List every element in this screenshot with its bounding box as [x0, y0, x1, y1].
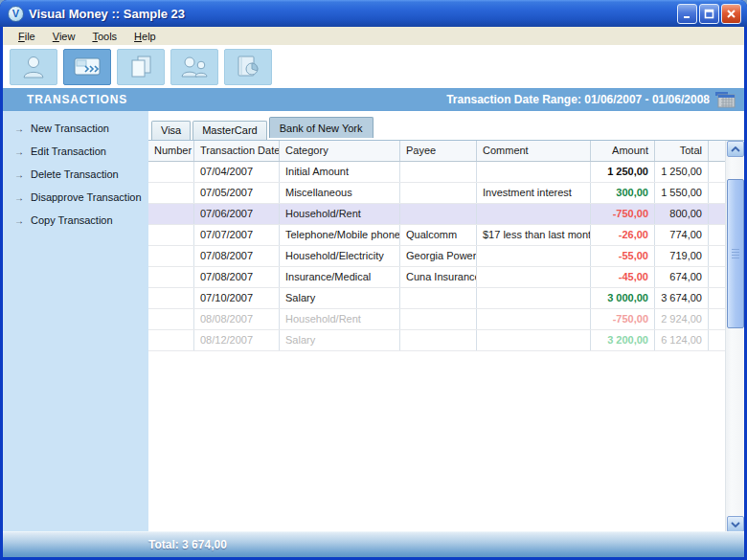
- table-row[interactable]: 07/04/2007 Initial Amount 1 250,00 1 250…: [148, 162, 725, 183]
- arrow-icon: →: [14, 123, 31, 134]
- grid-table: NumberTransaction DateCategoryPayeeComme…: [148, 141, 725, 351]
- cell-filler: [709, 204, 725, 224]
- cell-transaction-date: 08/12/2007: [194, 330, 280, 350]
- scroll-up-button[interactable]: [727, 141, 744, 157]
- account-tab[interactable]: Bank of New York: [269, 117, 374, 138]
- cell-category: Telephone/Mobile phone: [280, 225, 400, 245]
- cell-total: 774,00: [655, 225, 709, 245]
- calendar-icon[interactable]: [715, 92, 736, 108]
- sidebar-action[interactable]: → New Transaction: [3, 117, 148, 140]
- cell-payee: [400, 309, 477, 329]
- column-header[interactable]: Comment: [477, 141, 591, 161]
- report-book-icon: [234, 54, 262, 80]
- status-total-label: Total: 3 674,00: [148, 538, 227, 551]
- sidebar-action-label: New Transaction: [31, 123, 109, 134]
- toolbar-button-reports[interactable]: [224, 49, 272, 85]
- cell-total: 6 124,00: [655, 330, 709, 350]
- cell-number: [148, 246, 194, 266]
- scroll-down-button[interactable]: [727, 516, 744, 532]
- table-row[interactable]: 07/08/2007 Household/Electricity Georgia…: [148, 246, 725, 267]
- account-tabs: VisaMasterCardBank of New York: [148, 111, 744, 140]
- people-icon: [179, 54, 210, 80]
- section-title: TRANSACTIONS: [27, 93, 127, 106]
- documents-icon: [126, 54, 155, 80]
- table-row[interactable]: 07/10/2007 Salary 3 000,00 3 674,00: [148, 288, 725, 309]
- cell-transaction-date: 07/06/2007: [194, 204, 280, 224]
- cell-total: 674,00: [655, 267, 709, 287]
- cell-number: [148, 162, 194, 182]
- table-row[interactable]: 07/07/2007 Telephone/Mobile phone Qualco…: [148, 225, 725, 246]
- toolbar-button-accounts[interactable]: [10, 49, 57, 85]
- cell-comment: $17 less than last month: [477, 225, 591, 245]
- column-header[interactable]: Transaction Date: [194, 141, 280, 161]
- cell-number: [148, 288, 194, 308]
- cell-payee: [400, 204, 477, 224]
- cell-payee: [400, 162, 477, 182]
- account-tab[interactable]: MasterCard: [192, 121, 266, 140]
- menu-item[interactable]: View: [44, 29, 84, 44]
- cell-payee: Georgia Power: [400, 246, 477, 266]
- menu-bar: FileViewToolsHelp: [3, 27, 744, 45]
- arrow-icon: →: [14, 169, 31, 180]
- sidebar-action-label: Delete Transaction: [31, 168, 119, 180]
- cell-filler: [709, 267, 725, 287]
- column-header[interactable]: Number: [148, 141, 194, 161]
- cell-transaction-date: 07/08/2007: [194, 267, 280, 287]
- account-tab[interactable]: Visa: [151, 121, 191, 140]
- column-header[interactable]: Total: [655, 141, 709, 161]
- date-range-label: Transaction Date Range: 01/06/2007 - 01/…: [446, 93, 710, 106]
- arrow-icon: →: [14, 215, 31, 226]
- minimize-button[interactable]: [677, 4, 697, 24]
- cell-filler: [709, 246, 725, 266]
- scrollbar-thumb[interactable]: [727, 179, 744, 328]
- menu-item[interactable]: File: [10, 29, 44, 44]
- minimize-icon: [681, 8, 693, 20]
- column-header[interactable]: [709, 141, 725, 161]
- cell-comment: Investment interest: [477, 183, 591, 203]
- arrow-icon: →: [14, 146, 31, 157]
- app-logo-icon: V: [8, 6, 24, 22]
- cell-amount: -26,00: [591, 225, 655, 245]
- cell-comment: [477, 162, 591, 182]
- cell-filler: [709, 162, 725, 182]
- sidebar-action-label: Edit Transaction: [31, 146, 106, 157]
- cell-comment: [477, 204, 591, 224]
- table-row[interactable]: 08/12/2007 Salary 3 200,00 6 124,00: [148, 330, 725, 351]
- section-header: TRANSACTIONS Transaction Date Range: 01/…: [3, 88, 744, 111]
- column-header[interactable]: Payee: [400, 141, 477, 161]
- status-bar: Total: 3 674,00: [3, 531, 744, 557]
- cell-amount: 3 200,00: [591, 330, 655, 350]
- cell-number: [148, 330, 194, 350]
- cell-category: Salary: [280, 288, 400, 308]
- sidebar-action[interactable]: → Copy Transaction: [3, 209, 148, 232]
- table-row[interactable]: 07/05/2007 Miscellaneous Investment inte…: [148, 183, 725, 204]
- table-row[interactable]: 08/08/2007 Household/Rent -750,00 2 924,…: [148, 309, 725, 330]
- sidebar-action[interactable]: → Disapprove Transaction: [3, 186, 148, 209]
- close-button[interactable]: [721, 4, 741, 24]
- sidebar-action-label: Disapprove Transaction: [31, 191, 142, 203]
- sidebar-action[interactable]: → Edit Transaction: [3, 140, 148, 163]
- menu-item[interactable]: Help: [125, 29, 165, 44]
- column-header[interactable]: Category: [280, 141, 400, 161]
- scroll-up-icon: [731, 146, 740, 152]
- maximize-button[interactable]: [699, 4, 719, 24]
- arrow-icon: →: [14, 192, 31, 203]
- cell-number: [148, 204, 194, 224]
- toolbar-button-payees[interactable]: [170, 49, 218, 85]
- table-row[interactable]: 07/06/2007 Household/Rent -750,00 800,00: [148, 204, 725, 225]
- sidebar-action[interactable]: → Delete Transaction: [3, 163, 148, 186]
- table-row[interactable]: 07/08/2007 Insurance/Medical Cuna Insura…: [148, 267, 725, 288]
- scroll-down-icon: [731, 522, 740, 527]
- vertical-scrollbar[interactable]: [725, 141, 744, 532]
- menu-item[interactable]: Tools: [83, 29, 125, 44]
- toolbar-button-copy[interactable]: [117, 49, 165, 85]
- column-header[interactable]: Amount: [591, 141, 655, 161]
- cell-amount: -45,00: [591, 267, 655, 287]
- cell-number: [148, 267, 194, 287]
- toolbar-button-transactions[interactable]: [63, 49, 111, 85]
- cell-category: Household/Rent: [280, 204, 400, 224]
- title-bar[interactable]: V Visual Money :: Sample 23: [0, 0, 747, 27]
- cell-total: 2 924,00: [655, 309, 709, 329]
- cell-number: [148, 225, 194, 245]
- cell-category: Household/Electricity: [280, 246, 400, 266]
